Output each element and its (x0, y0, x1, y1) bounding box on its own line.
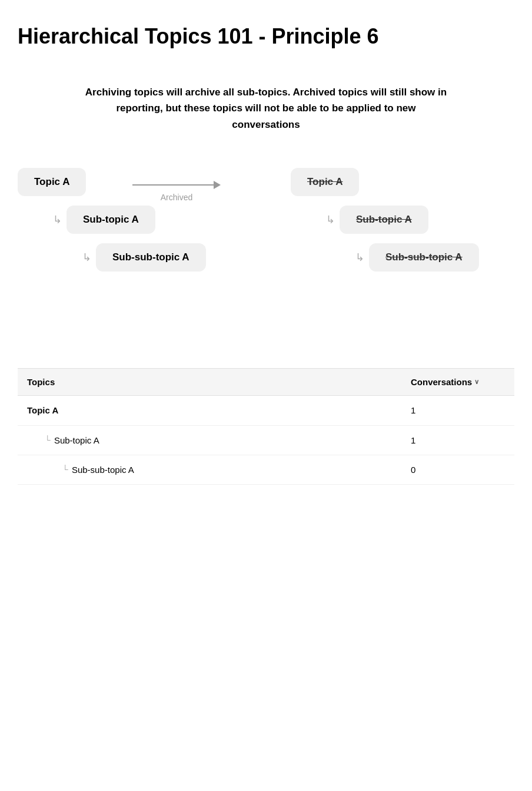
subtopic-label: Sub-topic A (54, 435, 99, 445)
table-row: Topic A 1 (18, 396, 514, 426)
description-box: Archiving topics will archive all sub-to… (84, 84, 448, 133)
diagram-left-subsubtopic-row: ↳ Sub-sub-topic A (82, 243, 241, 272)
row-label: └ Sub-sub-topic A (62, 465, 411, 475)
row-topics-col: Topic A (27, 405, 411, 416)
indent-arrow-3: ↳ (326, 213, 335, 226)
table-header: Topics Conversations ∨ (18, 369, 514, 396)
page-title: Hierarchical Topics 101 - Principle 6 (18, 24, 514, 49)
row-label: Topic A (27, 405, 58, 415)
col-conversations-header[interactable]: Conversations ∨ (411, 377, 505, 387)
row-conversations-col: 1 (411, 435, 505, 445)
left-subtopic-box: Sub-topic A (66, 206, 155, 234)
arrow-line (132, 181, 221, 189)
col-topics-header: Topics (27, 377, 411, 387)
sort-icon: ∨ (474, 378, 479, 386)
conversations-label: Conversations (411, 377, 472, 387)
indent-arrow-1: ↳ (53, 213, 62, 226)
right-subtopic-box: Sub-topic A (340, 206, 428, 234)
arrow-head (214, 181, 221, 189)
indent-arrow-4: ↳ (355, 251, 364, 264)
right-topic-box: Topic A (291, 168, 359, 196)
row-topics-col: └ Sub-topic A (27, 435, 411, 445)
arrow-label: Archived (161, 193, 192, 202)
corner-arrow-icon: └ (45, 435, 51, 445)
diagram-right-topic: Topic A (291, 168, 514, 196)
row-topics-col: └ Sub-sub-topic A (27, 465, 411, 475)
table-section: Topics Conversations ∨ Topic A 1 └ Sub-t… (18, 368, 514, 485)
row-conversations-col: 0 (411, 465, 505, 475)
subsubtopic-label: Sub-sub-topic A (72, 465, 134, 475)
table-row: └ Sub-topic A 1 (18, 426, 514, 455)
left-topic-box: Topic A (18, 168, 86, 196)
row-label: └ Sub-topic A (45, 435, 411, 445)
indent-arrow-2: ↳ (82, 251, 91, 264)
diagram-left-subtopic-row: ↳ Sub-topic A (53, 206, 241, 234)
arrow-connector: Archived (132, 181, 221, 202)
diagram-right: Topic A ↳ Sub-topic A ↳ Sub-sub-topic A (291, 168, 514, 272)
right-subsubtopic-box: Sub-sub-topic A (369, 243, 479, 272)
description-text: Archiving topics will archive all sub-to… (84, 84, 448, 133)
row-conversations-col: 1 (411, 405, 505, 415)
diagram-section: Topic A ↳ Sub-topic A ↳ Sub-sub-topic A … (18, 168, 514, 321)
corner-arrow-icon-2: └ (62, 465, 68, 474)
left-subsubtopic-box: Sub-sub-topic A (96, 243, 206, 272)
diagram-right-subtopic-row: ↳ Sub-topic A (326, 206, 514, 234)
diagram-right-subsubtopic-row: ↳ Sub-sub-topic A (355, 243, 514, 272)
table-row: └ Sub-sub-topic A 0 (18, 455, 514, 485)
arrow-shaft (132, 184, 214, 186)
